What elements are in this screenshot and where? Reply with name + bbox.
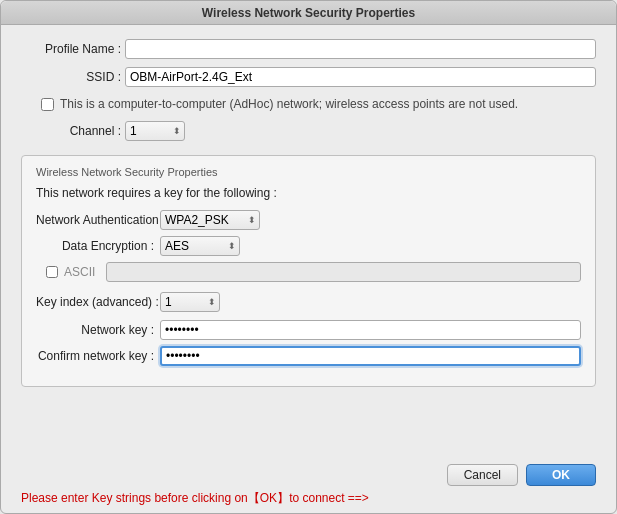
ssid-input[interactable] (125, 67, 596, 87)
network-key-label: Network key : (36, 323, 154, 337)
warning-text: Please enter Key strings before clicking… (1, 490, 616, 513)
main-window: Wireless Network Security Properties Pro… (0, 0, 617, 514)
security-group-subtitle: This network requires a key for the foll… (36, 186, 581, 200)
security-group-box: Wireless Network Security Properties Thi… (21, 155, 596, 387)
ascii-input[interactable] (106, 262, 581, 282)
channel-label: Channel : (21, 124, 121, 138)
key-index-label: Key index (advanced) : (36, 295, 154, 309)
cancel-button[interactable]: Cancel (447, 464, 518, 486)
security-group-title: Wireless Network Security Properties (36, 166, 581, 178)
content-area: Profile Name : SSID : This is a computer… (1, 25, 616, 456)
channel-select[interactable]: 1 2 3 6 11 (125, 121, 185, 141)
network-auth-select[interactable]: Open Shared WPA WPA-PSK WPA2 WPA2_PSK (160, 210, 260, 230)
network-key-input[interactable] (160, 320, 581, 340)
ssid-label: SSID : (21, 70, 121, 84)
window-title: Wireless Network Security Properties (202, 6, 415, 20)
network-auth-label: Network Authentication : (36, 213, 154, 227)
key-index-select-wrapper: 1 2 3 4 (160, 292, 220, 312)
button-row: Cancel OK (1, 464, 616, 486)
ascii-checkbox[interactable] (46, 266, 58, 278)
data-enc-select-wrapper: None WEP TKIP AES (160, 236, 240, 256)
adhoc-checkbox[interactable] (41, 98, 54, 111)
network-auth-row: Network Authentication : Open Shared WPA… (36, 210, 581, 230)
data-enc-row: Data Encryption : None WEP TKIP AES (36, 236, 581, 256)
data-enc-label: Data Encryption : (36, 239, 154, 253)
ok-button[interactable]: OK (526, 464, 596, 486)
ssid-row: SSID : (21, 67, 596, 87)
profile-name-input[interactable] (125, 39, 596, 59)
key-index-select[interactable]: 1 2 3 4 (160, 292, 220, 312)
channel-select-wrapper: 1 2 3 6 11 (125, 121, 185, 141)
key-index-row: Key index (advanced) : 1 2 3 4 (36, 292, 581, 312)
confirm-key-label: Confirm network key : (36, 349, 154, 363)
network-auth-select-wrapper: Open Shared WPA WPA-PSK WPA2 WPA2_PSK (160, 210, 260, 230)
adhoc-row: This is a computer-to-computer (AdHoc) n… (41, 97, 596, 111)
confirm-key-input[interactable] (160, 346, 581, 366)
titlebar: Wireless Network Security Properties (1, 1, 616, 25)
channel-row: Channel : 1 2 3 6 11 (21, 121, 596, 141)
network-key-row: Network key : (36, 320, 581, 340)
profile-name-label: Profile Name : (21, 42, 121, 56)
confirm-key-row: Confirm network key : (36, 346, 581, 366)
ascii-row: ASCII (36, 262, 581, 282)
profile-name-row: Profile Name : (21, 39, 596, 59)
adhoc-label: This is a computer-to-computer (AdHoc) n… (60, 97, 518, 111)
data-enc-select[interactable]: None WEP TKIP AES (160, 236, 240, 256)
ascii-label: ASCII (64, 265, 100, 279)
